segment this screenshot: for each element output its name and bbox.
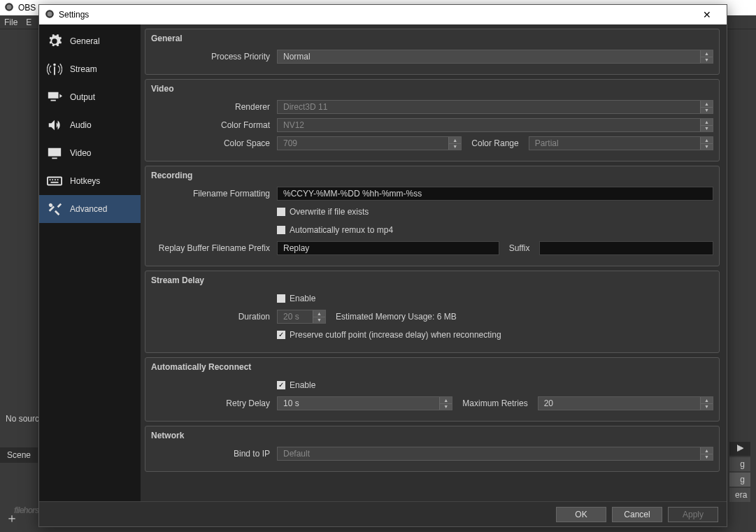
apply-button[interactable]: Apply (668, 507, 718, 522)
ok-button[interactable]: OK (556, 507, 606, 522)
section-general: General Process Priority Normal ▲▼ (145, 29, 720, 75)
renderer-combo[interactable]: Direct3D 11 ▲▼ (277, 100, 713, 114)
settings-content: General Process Priority Normal ▲▼ Video… (141, 24, 727, 501)
dialog-titlebar: Settings ✕ (39, 5, 727, 24)
right-item-1[interactable]: g (729, 473, 750, 487)
process-priority-combo[interactable]: Normal ▲▼ (277, 50, 713, 64)
sidebar-item-output[interactable]: Output (39, 83, 141, 111)
sidebar-item-label: Audio (70, 120, 92, 130)
checkbox-icon (277, 226, 285, 234)
chevron-down-icon[interactable]: ▼ (439, 404, 452, 410)
replay-prefix-label: Replay Buffer Filename Prefix (151, 243, 277, 253)
chevron-down-icon[interactable]: ▼ (700, 57, 713, 64)
checkbox-icon: ✓ (277, 331, 285, 339)
filename-formatting-input[interactable]: %CCYY-%MM-%DD %hh-%mm-%ss (277, 187, 713, 201)
monitor-icon (46, 145, 63, 161)
chevron-up-icon[interactable]: ▲ (448, 137, 461, 144)
suffix-input[interactable] (539, 241, 713, 255)
svg-rect-6 (52, 179, 53, 180)
sidebar-item-video[interactable]: Video (39, 139, 141, 167)
svg-rect-9 (51, 182, 59, 183)
chevron-down-icon[interactable]: ▼ (700, 454, 713, 461)
replay-prefix-input[interactable]: Replay (277, 241, 499, 255)
bind-ip-combo[interactable]: Default ▲▼ (277, 447, 713, 461)
sidebar-item-hotkeys[interactable]: Hotkeys (39, 167, 141, 195)
checkbox-icon (277, 208, 285, 216)
section-recording: Recording Filename Formatting %CCYY-%MM-… (145, 166, 720, 266)
suffix-label: Suffix (505, 243, 534, 253)
chevron-up-icon[interactable]: ▲ (439, 397, 452, 404)
reconnect-enable-checkbox[interactable]: ✓ Enable (277, 380, 315, 390)
section-auto-reconnect: Automatically Reconnect ✓ Enable Retry D… (145, 357, 720, 422)
sidebar-item-audio[interactable]: Audio (39, 111, 141, 139)
scene-tab[interactable]: Scene (0, 447, 38, 463)
overwrite-checkbox[interactable]: Overwrite if file exists (277, 207, 369, 217)
color-space-label: Color Space (151, 138, 277, 148)
dialog-footer: OK Cancel Apply (39, 501, 727, 526)
settings-sidebar: General Stream Output Audio Video Hotkey… (39, 24, 141, 501)
section-video: Video Renderer Direct3D 11 ▲▼ Color Form… (145, 79, 720, 161)
chevron-up-icon[interactable]: ▲ (700, 101, 713, 108)
renderer-label: Renderer (151, 102, 277, 112)
preserve-cutoff-checkbox[interactable]: ✓ Preserve cutoff point (increase delay)… (277, 330, 501, 340)
obs-icon (45, 9, 55, 21)
section-title: Network (151, 431, 713, 440)
no-sources-label: No sourc (6, 414, 39, 424)
svg-rect-8 (57, 179, 59, 180)
sidebar-item-label: Advanced (70, 204, 107, 214)
sidebar-item-label: General (70, 36, 100, 46)
memory-usage-label: Estimated Memory Usage: 6 MB (331, 312, 461, 322)
section-title: General (151, 34, 713, 43)
chevron-down-icon[interactable]: ▼ (313, 317, 325, 324)
color-space-combo[interactable]: 709 ▲▼ (277, 136, 462, 150)
chevron-up-icon[interactable]: ▲ (700, 447, 713, 454)
chevron-down-icon[interactable]: ▼ (700, 108, 713, 114)
filename-formatting-label: Filename Formatting (151, 189, 277, 199)
obs-icon (4, 2, 14, 14)
tools-icon (46, 201, 63, 217)
chevron-down-icon[interactable]: ▼ (700, 144, 713, 150)
chevron-up-icon[interactable]: ▲ (700, 119, 713, 126)
max-retries-spinbox[interactable]: 20 ▲▼ (538, 396, 713, 410)
sidebar-item-advanced[interactable]: Advanced (39, 195, 141, 223)
sidebar-item-label: Output (70, 92, 95, 102)
checkbox-icon (277, 294, 285, 303)
dialog-title: Settings (59, 10, 693, 20)
retry-delay-spinbox[interactable]: 10 s ▲▼ (277, 396, 452, 410)
settings-dialog: Settings ✕ General Stream Output Audio (38, 4, 727, 527)
svg-point-1 (7, 4, 12, 9)
keyboard-icon (46, 173, 63, 189)
duration-spinbox[interactable]: 20 s ▲▼ (277, 310, 326, 324)
chevron-down-icon[interactable]: ▼ (700, 126, 713, 132)
chevron-up-icon[interactable]: ▲ (700, 397, 713, 404)
svg-rect-5 (50, 179, 51, 180)
stream-delay-enable-checkbox[interactable]: Enable (277, 294, 315, 303)
menu-file[interactable]: File (4, 17, 17, 27)
chevron-down-icon[interactable]: ▼ (700, 404, 713, 410)
monitor-arrow-icon (46, 89, 63, 106)
color-range-combo[interactable]: Partial ▲▼ (529, 136, 713, 150)
right-buttons-col: ⯈ g g era (729, 442, 750, 502)
sidebar-item-label: Stream (70, 64, 97, 74)
color-format-combo[interactable]: NV12 ▲▼ (277, 118, 713, 132)
max-retries-label: Maximum Retries (458, 398, 532, 408)
right-arrow-button[interactable]: ⯈ (729, 442, 750, 456)
chevron-up-icon[interactable]: ▲ (313, 310, 325, 317)
section-title: Stream Delay (151, 275, 713, 285)
sidebar-item-stream[interactable]: Stream (39, 55, 141, 83)
menu-edit[interactable]: E (26, 17, 31, 27)
color-range-label: Color Range (467, 138, 522, 148)
sidebar-item-general[interactable]: General (39, 27, 141, 55)
close-icon[interactable]: ✕ (693, 9, 721, 20)
cancel-button[interactable]: Cancel (612, 507, 662, 522)
sidebar-item-label: Hotkeys (70, 176, 100, 186)
right-item-2[interactable]: era (729, 488, 750, 502)
duration-label: Duration (151, 312, 277, 322)
chevron-down-icon[interactable]: ▼ (448, 144, 461, 150)
chevron-up-icon[interactable]: ▲ (700, 50, 713, 57)
svg-rect-4 (48, 178, 62, 185)
antenna-icon (46, 61, 63, 78)
chevron-up-icon[interactable]: ▲ (700, 137, 713, 144)
remux-checkbox[interactable]: Automatically remux to mp4 (277, 225, 393, 235)
right-item-0[interactable]: g (729, 457, 750, 471)
